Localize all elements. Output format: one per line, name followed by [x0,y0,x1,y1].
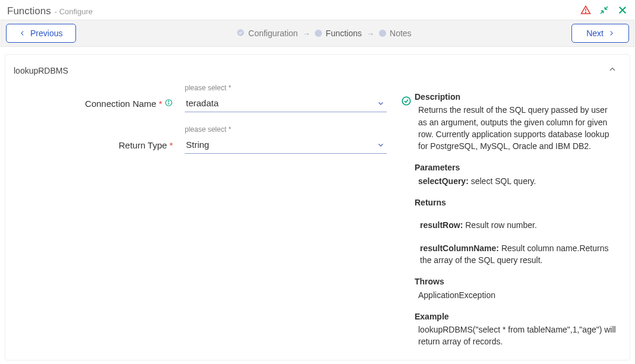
svg-point-1 [586,12,586,12]
panel-body: Connection Name * please select * [5,86,630,360]
param-text: select SQL query. [469,176,536,186]
returns-title: Returns [415,197,617,208]
previous-button-label: Previous [30,29,62,38]
connection-name-label: Connection Name * [18,99,173,109]
wizard-steps: Configuration → Functions → Notes [236,29,412,39]
header-actions [580,5,628,17]
warning-icon[interactable] [580,5,591,17]
compress-icon[interactable] [599,5,609,17]
return-name: resultRow: [420,220,463,230]
return-type-select[interactable]: please select * [185,136,387,154]
next-button-label: Next [586,29,604,38]
page-title: Functions [7,5,51,17]
throws-title: Throws [415,276,617,287]
param-name: selectQuery: [418,176,469,186]
example-title: Example [415,311,617,322]
throws-text: ApplicationException [415,289,617,301]
example-text: lookupRDBMS("select * from tableName",1,… [415,324,617,348]
chevron-left-icon [20,30,26,36]
panel-title: lookupRDBMS [14,66,68,75]
parameter-row: selectQuery: select SQL query. [415,175,617,187]
return-row: resultRow: Result row number. [415,219,617,231]
svg-point-4 [237,29,244,36]
step-dot-icon [379,30,386,37]
connection-name-select[interactable]: please select * [185,94,387,112]
return-type-input[interactable] [185,136,387,154]
svg-point-7 [169,100,169,101]
chevron-right-icon [608,30,614,36]
label-text: Connection Name [85,99,156,109]
dialog-header: Functions - Configure [0,0,635,20]
step-functions[interactable]: Functions [315,29,362,38]
header-left: Functions - Configure [7,5,93,17]
return-name: resultColumnName: [420,243,499,253]
wizard-nav: Previous Configuration → Functions → Not… [1,20,634,47]
required-indicator: * [169,140,173,150]
step-label: Notes [390,29,412,38]
valid-check-icon [401,96,412,108]
arrow-icon: → [367,29,374,38]
connection-name-row: Connection Name * please select * [18,94,397,112]
form-area: Connection Name * please select * [18,91,397,348]
panel-header[interactable]: lookupRDBMS [5,55,630,86]
return-type-label: Return Type * [18,140,173,150]
function-panel: lookupRDBMS Connection Name * please sel… [5,54,630,360]
svg-point-8 [402,97,410,105]
return-row: resultColumnName: Result column name.Ret… [415,242,617,267]
previous-button[interactable]: Previous [6,24,76,43]
description-title: Description [415,91,617,103]
step-configuration[interactable]: Configuration [236,29,298,39]
page-subtitle: - Configure [55,7,93,16]
return-type-row: Return Type * please select * [18,136,397,154]
chevron-up-icon [608,65,617,75]
description-text: Returns the result of the SQL query pass… [415,104,617,152]
description-panel: Description Returns the result of the SQ… [415,91,617,348]
info-icon[interactable] [165,99,173,109]
float-label: please select * [185,84,231,92]
parameters-title: Parameters [415,162,617,173]
check-circle-icon [236,29,245,39]
label-text: Return Type [119,140,167,150]
step-dot-icon [315,30,322,37]
close-icon[interactable] [617,5,628,17]
return-text: Result row number. [463,220,537,230]
arrow-icon: → [302,29,310,38]
step-notes[interactable]: Notes [379,29,412,38]
next-button[interactable]: Next [571,24,629,43]
step-label: Functions [326,29,362,38]
step-label: Configuration [248,29,298,38]
float-label: please select * [185,125,231,134]
connection-name-input[interactable] [185,94,387,112]
required-indicator: * [159,99,162,109]
